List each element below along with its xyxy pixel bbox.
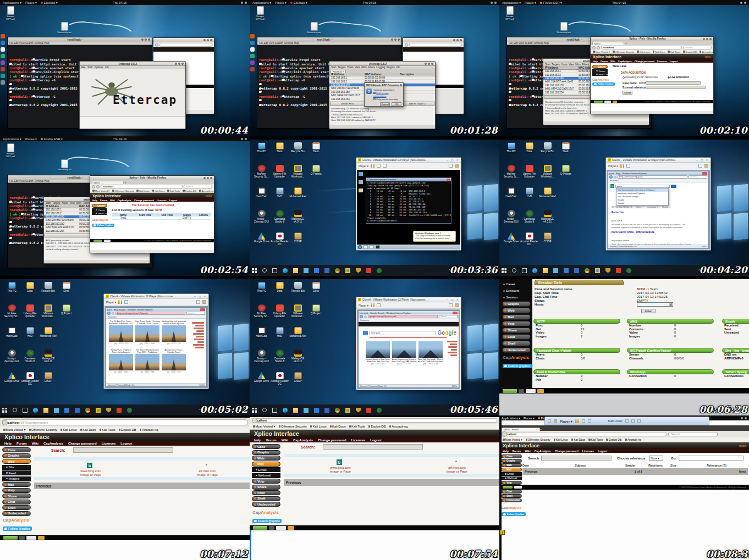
capanalysis-logo[interactable]: CapAnalysis bbox=[3, 518, 29, 523]
search-button[interactable] bbox=[363, 331, 368, 335]
paris-photo[interactable] bbox=[109, 354, 133, 370]
sidebar-item[interactable]: Chat bbox=[2, 500, 31, 504]
app-icon[interactable] bbox=[250, 41, 255, 45]
close-icon[interactable] bbox=[181, 63, 184, 65]
search-input[interactable] bbox=[73, 447, 173, 453]
xplico-menu-item[interactable]: Wiki bbox=[32, 442, 38, 445]
ie-zoom[interactable]: 100% bbox=[200, 384, 205, 386]
sidebar-item[interactable]: Case bbox=[501, 454, 522, 458]
favorites-dock[interactable] bbox=[1, 34, 5, 85]
desktop-icon[interactable] bbox=[307, 350, 325, 372]
taskbar-icon[interactable] bbox=[595, 268, 600, 273]
desktop-icon[interactable] bbox=[307, 187, 325, 210]
vm-screen[interactable]: paris - Bing - Windows Internet Explorer… bbox=[607, 170, 710, 249]
filter-date[interactable]: Date ▾ bbox=[636, 206, 642, 208]
xplico-menu-item[interactable]: Change password bbox=[635, 60, 654, 63]
sidebar-item[interactable]: Web bbox=[2, 459, 31, 464]
search-result[interactable]: Paris.comparis.com ▾Welcome to Paris.com… bbox=[612, 211, 694, 229]
footer-badge[interactable] bbox=[503, 486, 513, 489]
ie-window[interactable]: paris - Bing Images - Windows Internet E… bbox=[106, 307, 207, 387]
sidebar-item[interactable]: Images bbox=[2, 476, 31, 481]
sidebar-cases[interactable]: Cases bbox=[92, 204, 107, 208]
maximize-icon[interactable]: ▢ bbox=[700, 158, 704, 162]
filter-region[interactable]: Region ▾ bbox=[662, 206, 670, 208]
close-icon[interactable] bbox=[210, 39, 212, 41]
xplico-menu-item[interactable]: Logout bbox=[169, 199, 177, 202]
taskbar-icon[interactable] bbox=[532, 268, 537, 273]
follow-button[interactable]: Follow @xplico bbox=[252, 519, 282, 523]
result-link[interactable]: www.bing.comImage or Page bbox=[60, 469, 121, 476]
go-input[interactable] bbox=[679, 456, 744, 461]
xplico-menu-item[interactable]: Change password bbox=[555, 450, 579, 453]
bookmark-item[interactable]: Most Visited ▾ bbox=[593, 51, 610, 53]
firefox-titlebar[interactable] bbox=[403, 38, 464, 42]
bookmark-item[interactable]: Offensive Security bbox=[29, 428, 57, 431]
back-icon[interactable] bbox=[502, 431, 507, 437]
taskbar-icon[interactable] bbox=[564, 268, 569, 273]
xplico-menu-item[interactable]: Help bbox=[4, 442, 12, 445]
xplico-menu-item[interactable]: Forum bbox=[601, 60, 608, 63]
desktop-icon[interactable]: Nmap - Zenmap GUI bbox=[3, 350, 21, 372]
url-field[interactable]: bing.com/search?q=paris bbox=[618, 175, 687, 179]
library-icon[interactable] bbox=[202, 300, 206, 304]
close-icon[interactable]: × bbox=[705, 158, 709, 162]
xplico-menu-item[interactable]: Forum bbox=[16, 442, 27, 445]
taskbar-icon[interactable] bbox=[293, 268, 298, 273]
desktop-icon[interactable]: Udemy File Uploader bbox=[271, 165, 289, 187]
google-search-input[interactable]: new york bbox=[370, 331, 436, 335]
taskbar-icon[interactable] bbox=[512, 268, 516, 273]
url-field[interactable]: localhost bbox=[101, 185, 183, 188]
close-icon[interactable] bbox=[447, 179, 450, 181]
desktop-icon[interactable]: HashCalc bbox=[3, 327, 21, 350]
xplico-menu-item[interactable]: Change password bbox=[318, 439, 346, 442]
paris-photo[interactable] bbox=[109, 325, 133, 342]
footer-badge[interactable] bbox=[613, 101, 617, 103]
clock[interactable]: Thu 04:16 bbox=[363, 1, 377, 4]
desktop-icon[interactable]: Acrobat Reader DC bbox=[271, 372, 289, 395]
fullscreen-icon[interactable] bbox=[626, 164, 630, 168]
capanalysis-logo[interactable]: CapAnalysis bbox=[592, 78, 609, 81]
app-icon[interactable] bbox=[250, 60, 255, 65]
taskbar-icon[interactable] bbox=[106, 408, 111, 413]
maximize-icon[interactable] bbox=[706, 38, 708, 40]
panel-header[interactable]: Feed & Printed files bbox=[533, 369, 620, 374]
footer-badge[interactable] bbox=[253, 526, 267, 530]
forward-icon[interactable] bbox=[364, 315, 367, 318]
previous-button[interactable]: Previous bbox=[525, 470, 537, 473]
desktop-file-pdf[interactable]: Europe WPT.pdf bbox=[3, 143, 18, 158]
footer-badge[interactable] bbox=[276, 526, 286, 530]
places-menu[interactable]: Places ▾ bbox=[25, 1, 37, 4]
xplico-menu-item[interactable]: Logout bbox=[370, 439, 381, 442]
window-controls[interactable] bbox=[741, 417, 747, 419]
new-tab-button[interactable]: + bbox=[625, 42, 627, 45]
sidebar-item[interactable]: Graphs bbox=[501, 459, 522, 463]
desktop-icon[interactable]: HashCalc bbox=[502, 187, 520, 210]
sidebar-item[interactable]: Share bbox=[252, 485, 280, 490]
close-icon[interactable] bbox=[148, 38, 150, 41]
sidebar-subitem[interactable]: New Case bbox=[592, 73, 608, 76]
xplico-menu-item[interactable]: CapAnalysis bbox=[618, 60, 632, 63]
previous-bar[interactable]: Previous bbox=[34, 483, 250, 489]
sidebar-item[interactable]: Graphs bbox=[2, 453, 31, 458]
minimize-icon[interactable] bbox=[203, 39, 206, 41]
taskbar-icon[interactable] bbox=[262, 268, 267, 273]
ie-window[interactable]: paris - Bing - Windows Internet Explorer… bbox=[608, 171, 709, 248]
close-icon[interactable]: × bbox=[455, 298, 459, 301]
back-icon[interactable] bbox=[609, 175, 613, 179]
back-icon[interactable] bbox=[405, 43, 408, 47]
places-menu[interactable]: Places ▾ bbox=[275, 1, 287, 4]
bookmark-item[interactable]: Kali Docs bbox=[653, 51, 665, 53]
devices-icon[interactable] bbox=[625, 419, 629, 423]
desktop-icon[interactable]: MaltegoCE v4.0.11 bbox=[289, 350, 307, 372]
radio-pcap[interactable]: Uploading PCAP capture files bbox=[623, 76, 658, 79]
close-icon[interactable] bbox=[200, 308, 205, 311]
sidebar-item[interactable]: Web bbox=[502, 308, 531, 313]
app-icon[interactable] bbox=[1, 60, 5, 65]
suggestion-item[interactable]: Google bbox=[616, 202, 668, 205]
desktop-icon[interactable]: MaltegoCE v4.0.11 bbox=[289, 210, 307, 232]
app-icon[interactable] bbox=[250, 54, 255, 58]
system-tray[interactable] bbox=[241, 2, 247, 4]
browser-tab[interactable]: Xplico - ... bbox=[92, 181, 124, 184]
desktop-icon[interactable]: HxD bbox=[520, 187, 538, 210]
active-app-menu[interactable]: Firefox ESR ▾ bbox=[41, 137, 63, 141]
